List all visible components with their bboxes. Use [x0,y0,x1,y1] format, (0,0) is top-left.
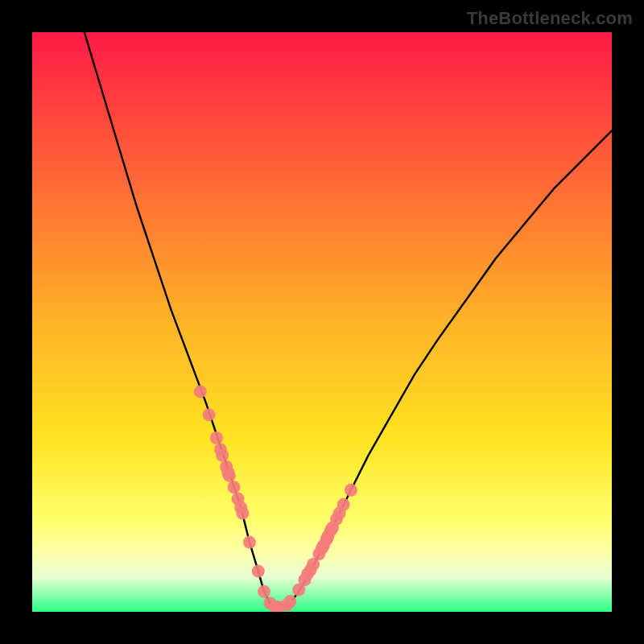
point-highlighted-points [345,484,357,497]
point-highlighted-points [210,431,223,444]
chart-background [32,32,612,612]
point-highlighted-points [203,408,216,421]
point-highlighted-points [283,595,296,608]
point-highlighted-points [252,565,265,578]
chart-frame: TheBottleneck.com [0,0,644,644]
point-highlighted-points [228,481,241,493]
point-highlighted-points [337,498,350,511]
point-highlighted-points [223,469,236,482]
plot-area [32,32,612,612]
point-highlighted-points [236,507,249,520]
point-highlighted-points [194,385,207,398]
point-highlighted-points [258,585,270,598]
point-highlighted-points [216,449,229,462]
chart-svg [32,32,612,612]
watermark-text: TheBottleneck.com [467,8,633,29]
point-highlighted-points [243,536,256,549]
